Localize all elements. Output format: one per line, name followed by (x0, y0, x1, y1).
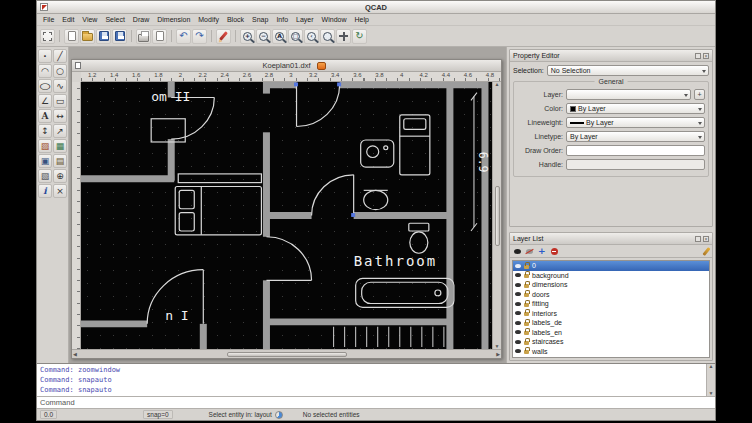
layer-lock-icon[interactable] (524, 341, 529, 345)
menu-help[interactable]: Help (351, 16, 373, 23)
linetype-combo[interactable]: By Layer (566, 131, 705, 142)
remove-layer-icon[interactable] (551, 248, 558, 255)
zoom-previous-button[interactable]: ‹ (304, 29, 319, 44)
stairs[interactable] (334, 327, 444, 347)
menu-info[interactable]: Info (272, 16, 292, 23)
scroll-left-icon[interactable]: ◀ (73, 352, 77, 357)
open-file-button[interactable] (80, 29, 95, 44)
layer-visibility-icon[interactable] (515, 273, 521, 277)
menu-draw[interactable]: Draw (129, 16, 153, 23)
add-layer-icon[interactable] (538, 247, 546, 256)
polyline-tool[interactable] (38, 94, 52, 108)
layer-row[interactable]: dimensions (513, 280, 709, 290)
hatch-tool[interactable] (38, 139, 52, 153)
layer-combo[interactable] (566, 89, 691, 100)
command-input[interactable]: Command (37, 396, 715, 408)
text-tool[interactable] (38, 109, 52, 123)
layer-lock-icon[interactable] (524, 274, 529, 278)
layer-row[interactable]: staircases (513, 337, 709, 347)
layer-row[interactable]: doors (513, 290, 709, 300)
color-combo[interactable]: By Layer (566, 103, 705, 114)
document-close-button[interactable] (317, 62, 326, 70)
line-tool[interactable] (53, 49, 67, 63)
image-tool[interactable] (53, 139, 67, 153)
save-as-button[interactable] (112, 29, 127, 44)
layer-row[interactable]: labels_de (513, 318, 709, 328)
leader-tool[interactable] (53, 124, 67, 138)
layer-lock-icon[interactable] (524, 265, 529, 269)
menu-dimension[interactable]: Dimension (153, 16, 194, 23)
solid-tool[interactable] (38, 169, 52, 183)
layer-list-header[interactable]: Layer List × (510, 233, 712, 245)
document-titlebar[interactable]: Koeplan01.dxf (72, 60, 501, 72)
ellipse-tool[interactable] (38, 79, 52, 93)
zoom-auto-button[interactable]: A (272, 29, 287, 44)
layer-row[interactable]: walls (513, 347, 709, 357)
menu-window[interactable]: Window (318, 16, 351, 23)
hide-all-layers-icon[interactable] (526, 249, 533, 254)
info-tool[interactable] (38, 184, 52, 198)
layer-row[interactable]: fitting (513, 299, 709, 309)
layer-row[interactable]: windows (513, 356, 709, 358)
modify-tool[interactable] (53, 184, 67, 198)
layer-visibility-icon[interactable] (515, 302, 521, 306)
bath-fixtures[interactable] (356, 140, 454, 307)
menu-snap[interactable]: Snap (248, 16, 272, 23)
layer-row[interactable]: background (513, 271, 709, 281)
layer-visibility-icon[interactable] (515, 283, 521, 287)
redo-button[interactable] (192, 29, 207, 44)
layer-lock-icon[interactable] (524, 303, 529, 307)
menu-select[interactable]: Select (101, 16, 128, 23)
edit-layer-icon[interactable] (702, 247, 710, 256)
drawing-canvas[interactable]: om II Bathroom n I 6.9 (81, 82, 492, 349)
menu-file[interactable]: File (39, 16, 58, 23)
lineweight-combo[interactable]: By Layer (566, 117, 705, 128)
draw-pencil-button[interactable] (216, 29, 231, 44)
menu-layer[interactable]: Layer (292, 16, 318, 23)
layer-visibility-icon[interactable] (515, 292, 521, 296)
layer-visibility-icon[interactable] (515, 321, 521, 325)
layer-lock-icon[interactable] (524, 322, 529, 326)
layer-row[interactable]: interiors (513, 309, 709, 319)
menu-view[interactable]: View (78, 16, 101, 23)
zoom-pan-button[interactable] (336, 29, 351, 44)
block-tool[interactable] (38, 154, 52, 168)
show-all-layers-icon[interactable] (514, 249, 521, 254)
zoom-redraw-button[interactable] (352, 29, 367, 44)
dimension-vertical-tool[interactable] (38, 124, 52, 138)
layer-visibility-icon[interactable] (515, 349, 521, 353)
undo-button[interactable] (176, 29, 191, 44)
spline-tool[interactable] (53, 79, 67, 93)
arc-tool[interactable] (38, 64, 52, 78)
library-tool[interactable] (53, 154, 67, 168)
circle-tool[interactable] (53, 64, 67, 78)
save-button[interactable] (96, 29, 111, 44)
zoom-window-button[interactable]: □ (288, 29, 303, 44)
layer-visibility-icon[interactable] (515, 311, 521, 315)
zoom-in-button[interactable]: + (240, 29, 255, 44)
layer-visibility-icon[interactable] (515, 264, 521, 268)
panel-float-button[interactable] (695, 236, 701, 242)
dimension-horizontal-tool[interactable] (53, 109, 67, 123)
draw-order-input[interactable] (566, 145, 705, 156)
zoom-selection-button[interactable] (320, 29, 335, 44)
zoom-out-button[interactable]: − (256, 29, 271, 44)
rectangle-tool[interactable] (53, 94, 67, 108)
menu-edit[interactable]: Edit (58, 16, 78, 23)
layer-select-button[interactable]: + (694, 89, 705, 100)
print-preview-button[interactable] (152, 29, 167, 44)
layer-lock-icon[interactable] (524, 331, 529, 335)
layer-lock-icon[interactable] (524, 293, 529, 297)
walls[interactable] (81, 82, 488, 349)
scroll-right-icon[interactable]: ▶ (496, 352, 500, 357)
layer-lock-icon[interactable] (524, 350, 529, 354)
panel-close-button[interactable]: × (703, 53, 709, 59)
document-vertical-scrollbar[interactable]: ▲ ▼ (492, 82, 501, 349)
scroll-up-icon[interactable]: ▲ (495, 82, 500, 87)
layer-visibility-icon[interactable] (515, 340, 521, 344)
panel-close-button[interactable]: × (703, 236, 709, 242)
print-button[interactable] (136, 29, 151, 44)
horizontal-scroll-thumb[interactable] (227, 352, 347, 357)
window-titlebar[interactable]: QCAD (37, 1, 715, 14)
scroll-up-icon[interactable]: ▲ (709, 364, 714, 369)
